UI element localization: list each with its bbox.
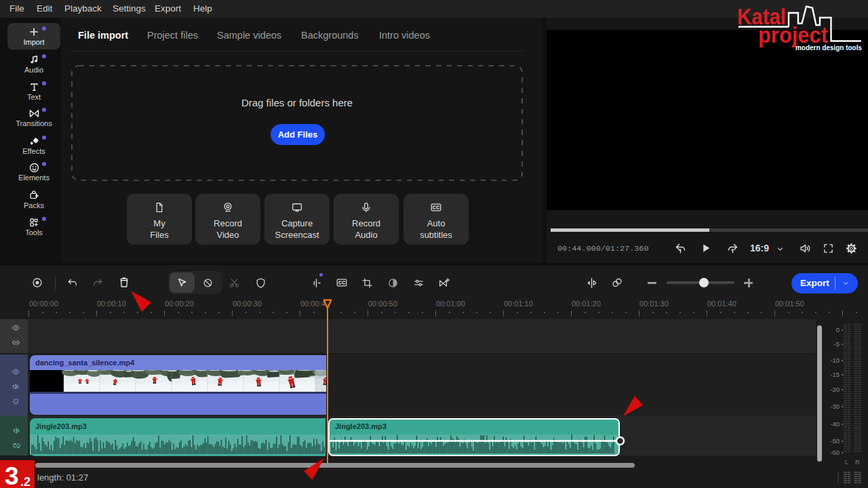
svg-text:modern design tools: modern design tools bbox=[795, 43, 862, 52]
